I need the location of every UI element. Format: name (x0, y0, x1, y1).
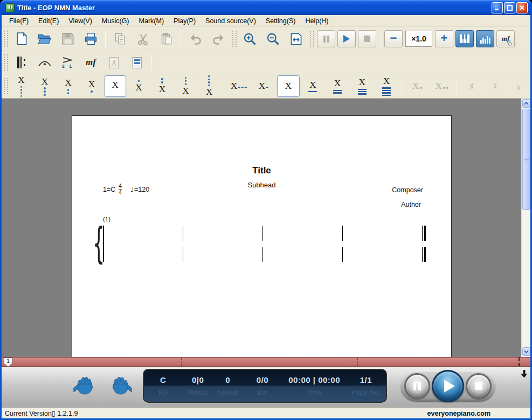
octave-note-button-1-above[interactable]: X (128, 75, 149, 97)
playback-progress-bar[interactable]: 1 (2, 357, 530, 367)
octave-note-button-3-below[interactable]: X (34, 75, 56, 97)
dynamics-hand-button[interactable]: mf (496, 30, 515, 47)
new-file-icon (15, 32, 29, 46)
svg-text:A: A (111, 59, 116, 67)
menu-item-play[interactable]: Play(P) (169, 16, 201, 26)
octave-note-button-4-above[interactable]: X (198, 75, 220, 97)
undo-icon (188, 32, 203, 46)
menu-item-edit[interactable]: Edit(E) (33, 16, 64, 26)
player-play-button[interactable] (432, 370, 464, 402)
copy-button[interactable] (110, 29, 130, 49)
mf-icon: mf (86, 57, 96, 68)
scrollbar-thumb[interactable] (522, 109, 530, 210)
menu-item-setting[interactable]: Setting(S) (261, 16, 301, 26)
close-button[interactable] (516, 2, 528, 13)
zoom-in-icon (243, 32, 257, 46)
pause-button[interactable] (317, 30, 335, 47)
text-button[interactable]: A (104, 52, 125, 73)
augmentation-dots (443, 87, 448, 89)
new-file-button[interactable] (11, 29, 32, 49)
toolbar-grip[interactable] (4, 54, 8, 70)
collapse-player-button[interactable] (521, 370, 528, 380)
menu-item-music[interactable]: Music(G) (97, 16, 134, 26)
undo-button[interactable] (185, 29, 206, 49)
octave-note-button-3-above[interactable]: X (175, 75, 196, 97)
maximize-button[interactable] (504, 2, 515, 13)
play-button[interactable] (337, 30, 356, 47)
paste-button[interactable] (156, 29, 177, 49)
keyboard-toggle-button[interactable] (455, 30, 474, 47)
display-field-pageno: 1/1Page No. (346, 370, 386, 402)
duration-button-3[interactable]: X (301, 75, 324, 97)
fermata-button[interactable] (34, 52, 55, 73)
duration-button-6[interactable]: X (375, 75, 398, 97)
menu-item-help[interactable]: Help(H) (300, 16, 333, 26)
dynamics-mf-button[interactable]: mf (81, 52, 101, 73)
dotted-note: X (436, 81, 448, 91)
save-button[interactable] (58, 29, 78, 49)
accidental-natural-button[interactable]: ♮ (485, 75, 506, 97)
toolbar-grip[interactable] (310, 31, 314, 47)
print-button[interactable] (81, 29, 101, 49)
menu-item-view[interactable]: View(V) (64, 16, 97, 26)
toolbar-grip[interactable] (4, 31, 8, 47)
duration-note: X (383, 76, 390, 86)
dotted-note-button-1[interactable]: X (406, 75, 429, 97)
menu-item-file[interactable]: File(F) (4, 16, 33, 26)
titlebar: Title - EOP NMN Master (2, 0, 530, 15)
accidental-sharp-button[interactable]: ♯ (461, 75, 482, 97)
open-file-button[interactable] (34, 29, 55, 49)
duration-button-1[interactable]: X- (252, 75, 275, 97)
zoom-in-button[interactable] (240, 29, 260, 49)
progress-end-marker (519, 358, 520, 366)
player-stop-button[interactable] (466, 373, 492, 399)
octave-note-button-2-below[interactable]: X (58, 75, 79, 97)
augmentation-dots (420, 87, 422, 89)
octave-note-button-2-above[interactable]: X (151, 75, 173, 97)
speed-increase-button[interactable]: + (435, 30, 453, 47)
note-letter: X (285, 81, 292, 91)
display-field-tempo: 0|0Tempo (182, 370, 213, 402)
fit-page-button[interactable] (286, 29, 307, 49)
duration-button-0[interactable]: X--- (228, 75, 251, 97)
paragraph-button[interactable] (127, 52, 148, 73)
vertical-scrollbar[interactable] (521, 99, 530, 357)
octave-dots (185, 77, 187, 85)
score-page[interactable]: Title Subhead 1=C44 ♩=120 Composer Autho… (72, 115, 452, 357)
natural-icon: ♮ (493, 81, 496, 92)
display-label: KS (158, 388, 168, 396)
accidental-flat-button[interactable]: ♭ (508, 75, 529, 97)
repeat-barline-button[interactable] (11, 52, 32, 73)
cut-button[interactable] (133, 29, 154, 49)
duration-button-5[interactable]: X (351, 75, 374, 97)
key-signature: 1=C (103, 186, 115, 193)
zoom-out-button[interactable] (263, 29, 284, 49)
right-hand-icon (108, 373, 132, 398)
progress-tick (357, 358, 358, 366)
scroll-up-button[interactable] (522, 99, 530, 108)
right-hand-toggle[interactable] (108, 373, 132, 398)
spectrum-toggle-button[interactable] (476, 30, 494, 47)
accent-fingering-button[interactable]: 2 1 (58, 52, 78, 73)
display-label: Page No. (351, 388, 381, 396)
octave-note-button-plain[interactable]: X (105, 75, 126, 97)
menu-item-mark[interactable]: Mark(M) (134, 16, 169, 26)
duration-button-4[interactable]: X (326, 75, 349, 97)
toolbar-grip[interactable] (4, 78, 8, 95)
stop-button[interactable] (358, 30, 376, 47)
redo-button[interactable] (209, 29, 229, 49)
player-pause-button[interactable] (404, 373, 430, 399)
display-label: Time (307, 388, 322, 396)
octave-note-button-1-below[interactable]: X (81, 75, 102, 97)
speed-decrease-button[interactable]: − (384, 30, 403, 47)
dotted-note-button-2[interactable]: X (430, 75, 453, 97)
page-marker[interactable]: 1 (4, 358, 12, 367)
toolbar-grip[interactable] (232, 31, 237, 47)
octave-note-button-4-below[interactable]: X (10, 75, 32, 97)
note-letter: X (231, 81, 237, 91)
left-hand-toggle[interactable] (73, 373, 97, 398)
duration-button-2[interactable]: X (277, 75, 300, 97)
scroll-down-button[interactable] (522, 347, 530, 356)
minimize-button[interactable] (492, 2, 503, 13)
menu-item-sound-source[interactable]: Sound source(V) (201, 16, 261, 26)
